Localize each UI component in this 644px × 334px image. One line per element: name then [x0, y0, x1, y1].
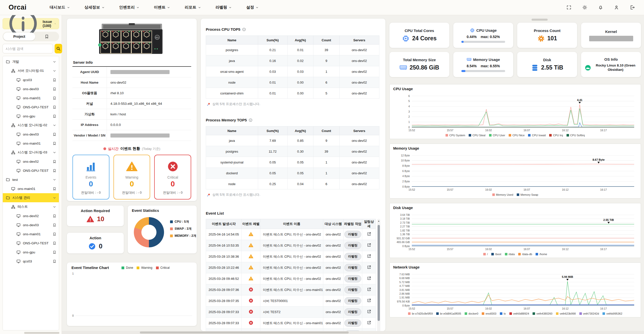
tab-project[interactable]: Project: [3, 32, 35, 41]
bookmark-icon[interactable]: [53, 214, 56, 218]
external-link-icon[interactable]: [367, 265, 371, 270]
labeling-button[interactable]: 라벨링: [344, 286, 361, 293]
search-button[interactable]: [55, 44, 62, 53]
brand-logo[interactable]: Orcai: [7, 4, 27, 11]
sidebar-item-ons-gpu-test[interactable]: ONS-GPU-TEST: [3, 166, 59, 175]
event-row[interactable]: 2025-03-28 09:07:32서버 TEST005ons-dev02라벨…: [206, 329, 376, 331]
page-hscroll-thumb[interactable]: [140, 331, 349, 333]
sidebar-item-ons-main01[interactable]: ons-main01: [3, 139, 59, 148]
chevron-down-icon[interactable]: [53, 123, 56, 127]
event-row[interactable]: 2025-04-16 10:53:35이벤트 테스트 CPU, 미수신 - on…: [206, 240, 376, 251]
issue-banner[interactable]: Issue (100): [3, 18, 59, 29]
sidebar-item-시스템-모니터링-03[interactable]: 시스템 모니터링-03: [3, 148, 59, 157]
metrics-hscroll-thumb[interactable]: [532, 19, 548, 21]
logout-icon[interactable]: [630, 5, 635, 10]
bookmark-icon[interactable]: [53, 169, 56, 173]
external-link-icon[interactable]: [367, 320, 371, 325]
scroll-up-icon[interactable]: ▲: [377, 220, 380, 222]
external-link-icon[interactable]: [367, 243, 371, 247]
bookmark-icon[interactable]: [53, 160, 56, 163]
labeling-button[interactable]: 라벨링: [344, 319, 361, 327]
external-link-icon[interactable]: [367, 232, 371, 236]
bookmark-icon[interactable]: [53, 187, 56, 191]
sidebar-item-ons-main01[interactable]: ons-main01: [3, 184, 59, 193]
warning-status-card[interactable]: Warning0전일대비 : - 0: [113, 155, 150, 199]
bookmark-icon[interactable]: [53, 87, 56, 91]
external-link-icon[interactable]: [367, 254, 371, 258]
event-row[interactable]: 2025-03-28 09:07:33서버 TEST2ons-dev02라벨링: [206, 307, 376, 318]
event-row[interactable]: 2025-03-28 09:46:52이벤트 테스트 CPU, 미수신 - on…: [206, 273, 376, 284]
sidebar-item-ons-dev03[interactable]: ons-dev03: [3, 84, 59, 93]
menu-리포트[interactable]: 리포트: [185, 5, 201, 10]
external-link-icon[interactable]: [367, 309, 371, 314]
info-icon[interactable]: [242, 27, 246, 31]
sidebar-item-ons-dev03[interactable]: ons-dev03: [3, 130, 59, 139]
bookmark-icon[interactable]: [53, 78, 56, 82]
sidebar-item-test[interactable]: test: [3, 175, 59, 184]
search-input[interactable]: [3, 44, 53, 53]
events-status-card[interactable]: Events0전일대비 : - 0: [72, 155, 109, 199]
labeling-button[interactable]: 라벨링: [344, 297, 361, 305]
bookmark-icon[interactable]: [53, 105, 56, 109]
bookmark-icon[interactable]: [53, 241, 56, 245]
event-list-scroll-thumb[interactable]: [378, 225, 380, 321]
chevron-down-icon[interactable]: [53, 205, 56, 209]
event-row[interactable]: 2025-03-28 10:38:36이벤트 테스트 CPU, 미수신 - on…: [206, 251, 376, 262]
sidebar-item-개발[interactable]: 개발: [3, 57, 59, 66]
sidebar-item-ons-main01[interactable]: ons-main01: [3, 93, 59, 103]
menu-라벨링[interactable]: 라벨링: [216, 5, 232, 10]
external-link-icon[interactable]: [367, 287, 371, 292]
menu-설정[interactable]: 설정: [246, 5, 259, 10]
sidebar-item-ons-dev02[interactable]: ons-dev02: [3, 211, 59, 220]
sidebar-item-qcs03[interactable]: qcs03: [3, 257, 59, 266]
sidebar-item-ons-gpu-test[interactable]: ONS-GPU-TEST: [3, 103, 59, 112]
sidebar-item-ons-dev02[interactable]: ons-dev02: [3, 157, 59, 166]
theme-icon[interactable]: [582, 5, 587, 10]
event-row[interactable]: 2025-03-28 10:22:46이벤트 테스트 CPU, 미수신 - on…: [206, 262, 376, 273]
chevron-down-icon[interactable]: [53, 151, 56, 154]
sidebar-item-qcs03[interactable]: qcs03: [3, 75, 59, 84]
menu-이벤트[interactable]: 이벤트: [154, 5, 170, 10]
chevron-down-icon[interactable]: [53, 69, 56, 73]
bookmark-icon[interactable]: [53, 232, 56, 236]
menu-대시보드[interactable]: 대시보드: [50, 5, 70, 10]
event-row[interactable]: 2025-03-28 09:07:35서버 TEST00001ons-dev02…: [206, 295, 376, 307]
account-icon[interactable]: [614, 5, 619, 10]
bookmark-icon[interactable]: [53, 223, 56, 227]
event-row[interactable]: 2025-03-28 09:07:36이벤트 테스트 CPU, 미수신 - on…: [206, 284, 376, 295]
notifications-icon[interactable]: [598, 5, 603, 10]
bookmark-icon[interactable]: [53, 114, 56, 118]
bookmark-icon[interactable]: [53, 259, 56, 263]
labeling-button[interactable]: 라벨링: [344, 242, 361, 249]
bookmark-icon[interactable]: [53, 142, 56, 145]
bookmark-tab-icon[interactable]: [35, 34, 58, 39]
sidebar-item-ons-gpu[interactable]: ons-gpu: [3, 248, 59, 257]
sidebar-item-테스트[interactable]: 테스트: [3, 202, 59, 211]
page-hscroll[interactable]: [62, 331, 644, 334]
labeling-button[interactable]: 라벨링: [344, 253, 361, 260]
sidebar-item-ons-gpu-test[interactable]: ONS-GPU-TEST: [3, 239, 59, 248]
bookmark-icon[interactable]: [53, 132, 56, 136]
labeling-button[interactable]: 라벨링: [344, 275, 361, 282]
bookmark-icon[interactable]: [53, 96, 56, 100]
event-row[interactable]: 2025-04-16 14:54:05이벤트 테스트 CPU, 미수신 - on…: [206, 229, 376, 240]
event-row[interactable]: 2025-03-28 09:07:33이벤트 테스트 CPU, 미수신 - on…: [206, 318, 376, 329]
chevron-left-icon[interactable]: [54, 22, 56, 25]
labeling-button[interactable]: 라벨링: [344, 308, 361, 316]
sidebar-item-시스템-모니터링-02[interactable]: 시스템 모니터링-02: [3, 121, 59, 130]
external-link-icon[interactable]: [367, 276, 371, 281]
sidebar-item-서버-모니터링-01[interactable]: 서버 모니터링-01: [3, 66, 59, 75]
critical-status-card[interactable]: Critical0전일대비 : - 0: [154, 155, 191, 199]
sidebar-item-ons-gpu[interactable]: ons-gpu: [3, 112, 59, 121]
sidebar-hscroll-thumb[interactable]: [24, 332, 59, 334]
info-icon[interactable]: [249, 118, 253, 122]
chevron-down-icon[interactable]: [53, 178, 56, 182]
labeling-button[interactable]: 라벨링: [344, 231, 361, 238]
bookmark-icon[interactable]: [53, 250, 56, 254]
menu-인벤토리[interactable]: 인벤토리: [119, 5, 139, 10]
external-link-icon[interactable]: [367, 298, 371, 303]
sidebar-item-시스템-관리[interactable]: 시스템 관리: [3, 193, 59, 202]
event-list-scrollbar[interactable]: ▲ ▼: [377, 219, 380, 331]
labeling-button[interactable]: 라벨링: [344, 264, 361, 271]
chevron-down-icon[interactable]: [53, 196, 56, 200]
